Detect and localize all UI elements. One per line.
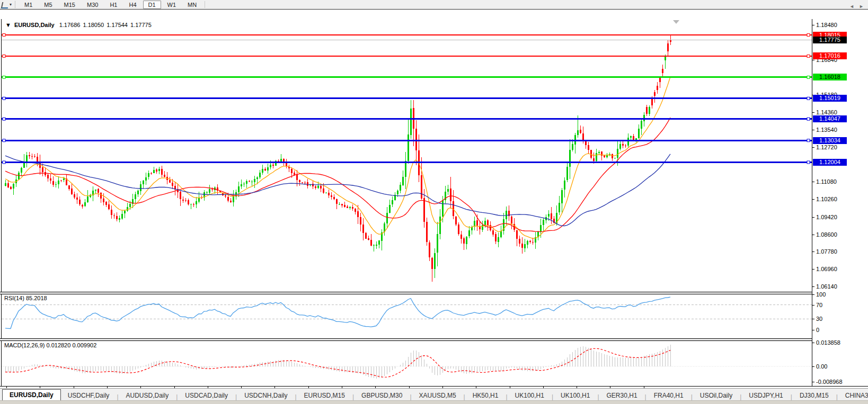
chart-tab-china300-h4[interactable]: CHINA300,H4 xyxy=(838,390,868,401)
chart-tab-uk100-h1[interactable]: UK100,H1 xyxy=(508,390,551,401)
candle-body xyxy=(619,144,621,149)
macd-indicator-label: MACD(12,26,9) 0.012820 0.009902 xyxy=(4,342,96,348)
candle-body xyxy=(529,241,531,242)
candle-body xyxy=(670,40,671,42)
candle-body xyxy=(172,183,173,186)
candle-body xyxy=(434,253,436,269)
candle-body xyxy=(21,168,22,173)
chart-tab-eurusd-daily[interactable]: EURUSD,Daily xyxy=(2,389,61,401)
candle-body xyxy=(267,167,269,170)
rsi-line[interactable] xyxy=(5,297,670,328)
line-handle[interactable] xyxy=(807,55,810,57)
candle-body xyxy=(450,188,451,201)
chart-tab-fra40-h1[interactable]: FRA40,H1 xyxy=(647,390,690,401)
chevron-down-icon[interactable]: ▾ xyxy=(10,2,12,7)
chart-tab-dj30-m15[interactable]: DJ30,M15 xyxy=(793,390,836,401)
candle-body xyxy=(103,199,104,202)
chart-tab-usdcnh-daily[interactable]: USDCNH,Daily xyxy=(237,390,294,401)
candle-body xyxy=(150,173,152,174)
tab-scroll-left-icon[interactable]: ◄ xyxy=(849,4,854,9)
chart-tab-ger30-h1[interactable]: GER30,H1 xyxy=(600,390,644,401)
timeframe-button-mn[interactable]: MN xyxy=(182,1,202,9)
timeframe-button-m15[interactable]: M15 xyxy=(59,1,81,9)
pane-splitter[interactable] xyxy=(0,292,868,294)
candle-body xyxy=(349,207,351,208)
line-handle[interactable] xyxy=(3,139,5,142)
rsi-indicator-label: RSI(14) 85.2018 xyxy=(4,295,47,301)
toolbar-grip[interactable] xyxy=(15,1,15,8)
price-axis-tick xyxy=(812,112,814,113)
candle-body xyxy=(633,136,634,140)
candle-body xyxy=(572,144,573,149)
timeframe-button-m30[interactable]: M30 xyxy=(82,1,103,9)
quote-close: 1.17775 xyxy=(130,22,152,28)
line-handle[interactable] xyxy=(807,34,810,37)
collapse-icon[interactable]: ▼ xyxy=(5,22,11,28)
candle-body xyxy=(352,207,353,209)
candle-body xyxy=(540,225,542,231)
candle-body xyxy=(325,193,327,193)
candle-body xyxy=(447,189,449,192)
timeframe-button-w1[interactable]: W1 xyxy=(162,1,182,9)
timeframe-button-d1[interactable]: D1 xyxy=(143,1,161,9)
chart-shift-marker[interactable] xyxy=(673,20,679,24)
tab-scroll-right-icon[interactable]: ► xyxy=(859,4,864,9)
line-handle[interactable] xyxy=(3,118,5,120)
timeframe-button-h1[interactable]: H1 xyxy=(104,1,122,9)
line-handle[interactable] xyxy=(807,97,810,100)
line-handle[interactable] xyxy=(3,76,5,78)
chart-tab-uk100-h1[interactable]: UK100,H1 xyxy=(554,390,597,401)
chart-tab-usoil-daily[interactable]: USOil,Daily xyxy=(693,390,739,401)
line-studies-tool-icon[interactable] xyxy=(1,2,8,8)
candle-body xyxy=(476,220,478,226)
chart-tab-xauusd-m5[interactable]: XAUUSD,M5 xyxy=(412,390,463,401)
candle-body xyxy=(397,191,398,194)
candle-body xyxy=(627,138,629,146)
candle-body xyxy=(262,169,263,173)
line-handle[interactable] xyxy=(3,34,5,37)
candle-body xyxy=(360,217,361,225)
timeframe-button-m5[interactable]: M5 xyxy=(39,1,57,9)
line-handle[interactable] xyxy=(807,139,810,142)
price-chart-pane[interactable] xyxy=(2,20,812,292)
medium-ma-line[interactable] xyxy=(5,118,670,232)
candle-body xyxy=(423,198,425,222)
price-axis-tick xyxy=(812,217,814,218)
candle-body xyxy=(378,240,380,244)
chart-tab-audusd-daily[interactable]: AUDUSD,Daily xyxy=(119,390,176,401)
price-axis[interactable]: 1.184801.168401.151801.143601.135401.127… xyxy=(812,19,868,386)
candle-body xyxy=(453,201,454,216)
chart-symbol-label: EURUSD,Daily xyxy=(14,22,55,28)
candle-body xyxy=(421,175,422,199)
candle-body xyxy=(495,234,497,242)
candle-body xyxy=(339,204,340,205)
line-handle[interactable] xyxy=(807,161,810,164)
candle-body xyxy=(227,197,229,201)
line-handle[interactable] xyxy=(807,76,810,78)
chart-tab-usdjpy-h1[interactable]: USDJPY,H1 xyxy=(742,390,790,401)
chart-tab-hk50-h1[interactable]: HK50,H1 xyxy=(466,390,506,401)
chart-tab-eurusd-m15[interactable]: EURUSD,M15 xyxy=(297,390,352,401)
chart-tab-usdchf-daily[interactable]: USDCHF,Daily xyxy=(61,390,117,401)
line-handle[interactable] xyxy=(3,55,5,57)
line-handle[interactable] xyxy=(807,118,810,120)
line-handle[interactable] xyxy=(3,97,5,100)
chart-tab-usdcad-daily[interactable]: USDCAD,Daily xyxy=(178,390,235,401)
candle-body xyxy=(643,115,645,121)
chart-tab-gbpusd-m30[interactable]: GBPUSD,M30 xyxy=(355,390,409,401)
candle-body xyxy=(113,216,115,216)
candle-body xyxy=(331,195,332,197)
line-handle[interactable] xyxy=(3,161,5,164)
timeframe-button-h4[interactable]: H4 xyxy=(123,1,141,9)
timeframe-button-m1[interactable]: M1 xyxy=(19,1,38,9)
macd-pane[interactable] xyxy=(2,340,812,385)
price-axis-tick-label: 1.10260 xyxy=(816,196,837,202)
pane-splitter[interactable] xyxy=(0,338,868,341)
candle-body xyxy=(569,150,571,167)
candle-body xyxy=(405,161,406,176)
candle-body xyxy=(532,242,534,243)
candle-body xyxy=(259,173,261,178)
macd-signal-line[interactable] xyxy=(5,348,670,377)
rsi-pane[interactable] xyxy=(2,294,812,338)
candle-body xyxy=(206,192,208,193)
